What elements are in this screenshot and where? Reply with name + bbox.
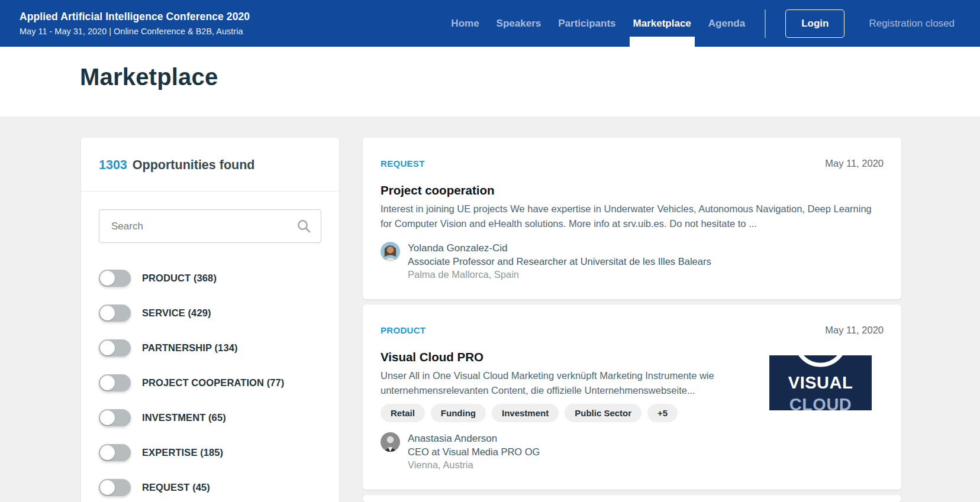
toggle-knob [100, 480, 115, 495]
page-header: Marketplace [0, 47, 980, 116]
toggle-expertise[interactable] [99, 444, 131, 461]
filter-label: REQUEST (45) [142, 482, 210, 493]
toggle-project-cooperation[interactable] [99, 374, 131, 391]
author-role: Associate Professor and Researcher at Un… [408, 255, 711, 268]
page-title: Marketplace [80, 64, 980, 90]
filter-row-product: PRODUCT (368) [81, 261, 339, 296]
toggle-service[interactable] [99, 305, 131, 322]
tag-more-chip[interactable]: +5 [647, 404, 678, 422]
registration-status: Registration closed [869, 18, 955, 30]
author-text: Yolanda Gonzalez-Cid Associate Professor… [408, 242, 711, 281]
nav-link-participants[interactable]: Participants [558, 0, 615, 47]
filter-row-project-cooperation: PROJECT COOPERATION (77) [81, 365, 339, 400]
logo-circle-arc [769, 355, 872, 373]
filter-label: PROJECT COOPERATION (77) [142, 377, 284, 388]
tag-chip[interactable]: Retail [381, 404, 425, 422]
results-count: 1303 [99, 158, 127, 173]
conference-brand: Applied Artificial Intelligence Conferen… [20, 11, 250, 36]
opportunity-date: May 11, 2020 [825, 158, 884, 169]
toggle-partnership[interactable] [99, 339, 131, 357]
tag-chip[interactable]: Funding [431, 404, 486, 422]
opportunity-type-badge: REQUEST [381, 158, 425, 169]
filter-label: EXPERTISE (185) [142, 447, 223, 458]
toggle-knob [100, 306, 115, 320]
author-name: Anastasia Anderson [408, 432, 540, 445]
results-summary: 1303 Opportunities found [81, 138, 339, 191]
main-nav: Home Speakers Participants Marketplace A… [451, 0, 745, 47]
navbar: Applied Artificial Intelligence Conferen… [0, 0, 980, 47]
results-label: Opportunities found [133, 158, 255, 173]
filter-list: PRODUCT (368) SERVICE (429) PARTNERSHIP … [81, 261, 339, 502]
avatar [381, 432, 400, 452]
filter-row-partnership: PARTNERSHIP (134) [81, 331, 339, 365]
nav-link-home[interactable]: Home [451, 0, 479, 47]
author-info[interactable]: Anastasia Anderson CEO at Visual Media P… [381, 432, 884, 472]
toggle-request[interactable] [99, 479, 131, 496]
filter-row-investment: INVESTMENT (65) [81, 400, 339, 435]
nav-link-speakers[interactable]: Speakers [497, 0, 541, 47]
nav-link-agenda[interactable]: Agenda [708, 0, 745, 47]
author-role: CEO at Visual Media PRO OG [408, 445, 540, 458]
card-header: PRODUCT May 11, 2020 [381, 325, 884, 336]
filter-label: SERVICE (429) [142, 307, 211, 319]
logo-text-cloud: CLOUD [769, 396, 872, 410]
toggle-knob [100, 375, 115, 390]
opportunity-card-request[interactable]: REQUEST May 11, 2020 Project cooperation… [363, 138, 901, 299]
login-button[interactable]: Login [785, 9, 844, 38]
opportunity-list: REQUEST May 11, 2020 Project cooperation… [363, 138, 901, 502]
conference-title: Applied Artificial Intelligence Conferen… [20, 11, 250, 23]
author-location: Vienna, Austria [408, 458, 540, 472]
logo-text-visual: VISUAL [769, 374, 872, 391]
opportunity-date: May 11, 2020 [825, 325, 884, 336]
opportunity-title[interactable]: Project cooperation [381, 183, 884, 197]
filter-row-service: SERVICE (429) [81, 296, 339, 331]
search-box [99, 209, 321, 243]
toggle-investment[interactable] [99, 409, 131, 426]
filter-row-request: REQUEST (45) [81, 470, 339, 502]
tag-chip[interactable]: Investment [492, 404, 559, 422]
filters-sidebar: 1303 Opportunities found PRODUCT (368) S… [81, 138, 339, 502]
author-name: Yolanda Gonzalez-Cid [408, 242, 711, 255]
sidebar-divider [81, 191, 339, 192]
nav-link-marketplace[interactable]: Marketplace [633, 0, 691, 47]
opportunity-type-badge: PRODUCT [381, 325, 425, 335]
filter-row-expertise: EXPERTISE (185) [81, 435, 339, 470]
card-header: REQUEST May 11, 2020 [381, 158, 884, 169]
search-input[interactable] [99, 209, 321, 243]
toggle-knob [100, 410, 115, 425]
author-location: Palma de Mallorca, Spain [408, 268, 711, 281]
opportunity-description: Interest in joining UE projects We have … [381, 202, 884, 231]
author-text: Anastasia Anderson CEO at Visual Media P… [408, 432, 540, 472]
search-icon[interactable] [296, 219, 311, 234]
toggle-knob [100, 341, 115, 355]
filter-label: PRODUCT (368) [142, 273, 217, 284]
filter-label: PARTNERSHIP (134) [142, 342, 238, 354]
toggle-product[interactable] [99, 270, 131, 287]
tag-chip[interactable]: Public Sector [565, 404, 641, 422]
opportunity-card-next[interactable] [363, 495, 901, 502]
conference-subtitle: May 11 - May 31, 2020 | Online Conferenc… [20, 27, 250, 36]
content-area: 1303 Opportunities found PRODUCT (368) S… [0, 116, 980, 502]
author-info[interactable]: Yolanda Gonzalez-Cid Associate Professor… [381, 242, 884, 281]
opportunity-description: Unser All in One Visual Cloud Marketing … [381, 368, 747, 397]
toggle-knob [100, 445, 115, 460]
toggle-knob [100, 271, 115, 286]
navbar-divider [765, 9, 766, 38]
avatar [381, 242, 400, 261]
filter-label: INVESTMENT (65) [142, 412, 226, 423]
opportunity-card-product[interactable]: PRODUCT May 11, 2020 Visual Cloud PRO Un… [363, 305, 901, 490]
company-logo: VISUAL CLOUD [769, 355, 872, 410]
